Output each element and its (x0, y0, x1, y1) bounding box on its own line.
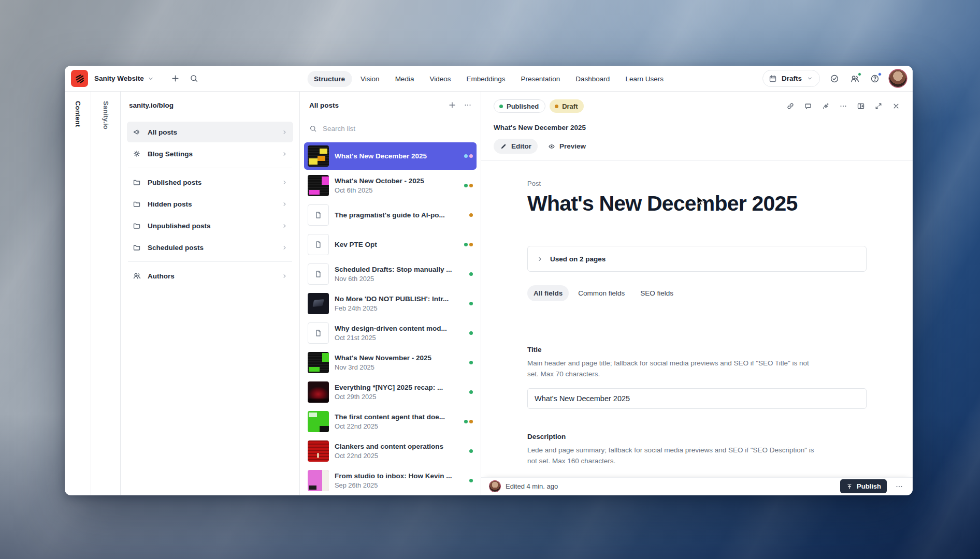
tool-tab-embeddings[interactable]: Embeddings (459, 71, 512, 87)
posts-more-menu-button[interactable] (460, 97, 475, 113)
publish-more-menu-button[interactable] (893, 480, 905, 493)
title-field-description: Main header and page title; fallback for… (527, 358, 822, 380)
editor-scroll-area[interactable]: Post What's New December 2025 Used on 2 … (481, 161, 913, 477)
status-badge-published[interactable]: Published (494, 99, 545, 113)
post-list-item[interactable]: Why design-driven content mod...Oct 21st… (304, 319, 477, 347)
tool-tab-dashboard[interactable]: Dashboard (569, 71, 616, 87)
presence-online-dot (858, 72, 861, 76)
publish-label: Publish (857, 482, 881, 490)
document-placeholder-icon (308, 322, 329, 344)
presence-button[interactable] (849, 73, 860, 84)
tasks-button[interactable] (829, 73, 840, 84)
search-list-input[interactable] (323, 125, 471, 133)
document-menu-button[interactable] (836, 99, 851, 113)
folder-icon (133, 222, 141, 230)
status-dot-green (469, 390, 473, 394)
status-dot-orange (469, 213, 473, 217)
field-group-tab-common-fields[interactable]: Common fields (572, 285, 631, 301)
post-list-item[interactable]: The pragmatist's guide to AI-po... (304, 201, 477, 229)
workspace-name[interactable]: Sanity Website (94, 75, 144, 82)
structure-item-unpublished-posts[interactable]: Unpublished posts (127, 215, 293, 236)
tool-tab-media[interactable]: Media (388, 71, 421, 87)
post-list-item[interactable]: From studio to inbox: How Kevin ...Sep 2… (304, 467, 477, 494)
post-list-item[interactable]: Clankers and content operationsOct 22nd … (304, 437, 477, 465)
structure-item-hidden-posts[interactable]: Hidden posts (127, 194, 293, 214)
desktop-wallpaper: Sanity Website StructureVisionMediaVideo… (0, 0, 980, 559)
chevron-right-icon (281, 151, 288, 157)
comments-button[interactable] (801, 99, 815, 113)
copy-link-button[interactable] (783, 99, 798, 113)
status-dot-orange (555, 105, 558, 108)
search-icon (190, 74, 198, 83)
gear-icon (133, 150, 141, 158)
post-item-text: Clankers and content operationsOct 22nd … (335, 443, 462, 460)
collapsed-rail-content[interactable]: Content (65, 92, 91, 495)
create-post-button[interactable] (444, 97, 460, 113)
tool-tab-presentation[interactable]: Presentation (514, 71, 567, 87)
structure-item-published-posts[interactable]: Published posts (127, 172, 293, 193)
post-list-item[interactable]: The first content agent that doe...Oct 2… (304, 408, 477, 435)
chevron-right-icon (281, 223, 288, 229)
posts-panel-header: All posts (300, 92, 481, 119)
post-item-title: Everything *[NYC] 2025 recap: ... (335, 384, 462, 391)
description-field: Description Lede and page summary; fallb… (527, 433, 867, 467)
publish-icon (846, 483, 853, 490)
folder-icon (133, 243, 141, 252)
search-icon (309, 125, 317, 133)
post-item-date: Nov 6th 2025 (335, 275, 462, 283)
expand-icon (874, 102, 883, 110)
help-button[interactable] (869, 73, 881, 84)
view-tab-editor[interactable]: Editor (494, 139, 538, 154)
releases-dropdown[interactable]: Drafts (762, 70, 820, 87)
post-item-text: Everything *[NYC] 2025 recap: ...Oct 29t… (335, 384, 462, 401)
chevron-right-icon (281, 273, 288, 280)
megaphone-icon (133, 128, 141, 136)
post-item-date: Sep 26th 2025 (335, 481, 462, 489)
tool-tab-vision[interactable]: Vision (354, 71, 386, 87)
used-on-pages-disclosure[interactable]: Used on 2 pages (527, 246, 867, 272)
structure-item-label: Hidden posts (148, 200, 275, 208)
field-group-tab-seo-fields[interactable]: SEO fields (634, 285, 680, 301)
tool-tab-learn-users[interactable]: Learn Users (618, 71, 670, 87)
post-item-text: No More 'DO NOT PUBLISH': Intr...Feb 24t… (335, 295, 462, 312)
rail-label: Sanity.io (102, 101, 110, 495)
chevron-down-icon (147, 75, 154, 82)
user-avatar[interactable] (889, 70, 906, 87)
view-tab-preview[interactable]: Preview (542, 139, 592, 154)
post-list-item[interactable]: Everything *[NYC] 2025 recap: ...Oct 29t… (304, 378, 477, 406)
post-status-dots (469, 272, 473, 276)
chevron-right-icon (281, 129, 288, 136)
structure-item-blog-settings[interactable]: Blog Settings (127, 143, 293, 164)
expand-pane-button[interactable] (871, 99, 886, 113)
split-pane-button[interactable] (854, 99, 868, 113)
global-search-button[interactable] (186, 71, 202, 86)
title-input[interactable] (527, 388, 867, 409)
structure-panel-header: sanity.io/blog (121, 92, 299, 119)
tool-tab-videos[interactable]: Videos (423, 71, 457, 87)
post-list-item[interactable]: What's New November - 2025Nov 3rd 2025 (304, 349, 477, 376)
status-badge-draft[interactable]: Draft (550, 99, 584, 113)
collapsed-rail-sanity-io[interactable]: Sanity.io (91, 92, 121, 495)
post-item-title: Clankers and content operations (335, 443, 462, 450)
sanity-logo-icon[interactable] (71, 70, 88, 87)
structure-item-scheduled-posts[interactable]: Scheduled posts (127, 237, 293, 258)
field-group-tabs: All fieldsCommon fieldsSEO fields (527, 285, 867, 301)
document-type-label: Post (527, 180, 867, 187)
structure-item-all-posts[interactable]: All posts (127, 122, 293, 142)
edited-timestamp: Edited 4 min. ago (506, 482, 558, 490)
post-list-item[interactable]: What's New December 2025 (304, 142, 477, 170)
post-list-item[interactable]: What's New October - 2025Oct 6th 2025 (304, 172, 477, 199)
post-list-item[interactable]: Kev PTE Opt (304, 231, 477, 258)
ai-assist-button[interactable] (818, 99, 833, 113)
status-dot-green (469, 272, 473, 276)
post-list-item[interactable]: Scheduled Drafts: Stop manually ...Nov 6… (304, 260, 477, 288)
status-dot-orange (469, 420, 473, 423)
field-group-tab-all-fields[interactable]: All fields (527, 285, 569, 301)
post-item-title: The first content agent that doe... (335, 413, 456, 421)
tool-tab-structure[interactable]: Structure (307, 71, 352, 87)
publish-button[interactable]: Publish (840, 479, 887, 493)
close-pane-button[interactable] (889, 99, 903, 113)
structure-item-authors[interactable]: Authors (127, 266, 293, 286)
new-document-button[interactable] (168, 71, 183, 86)
post-list-item[interactable]: No More 'DO NOT PUBLISH': Intr...Feb 24t… (304, 290, 477, 317)
